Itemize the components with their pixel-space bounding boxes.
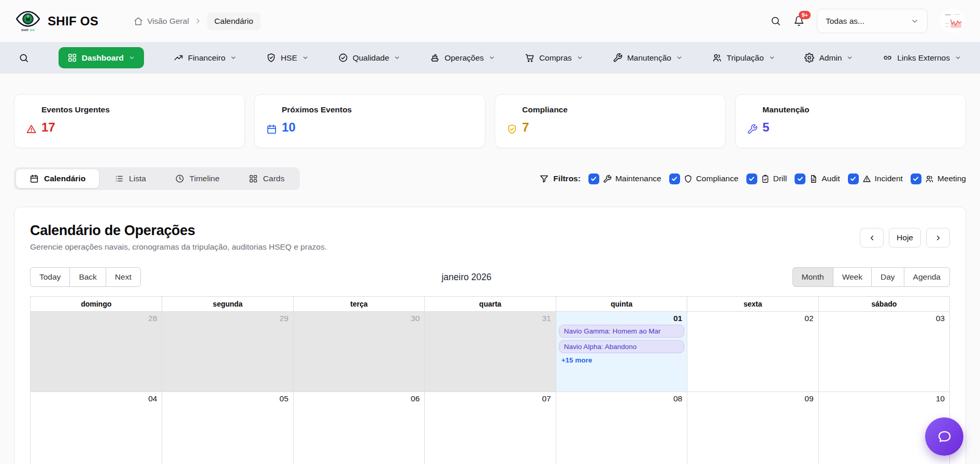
view-bar: CalendárioListaTimelineCards Filtros: Ma… bbox=[0, 148, 980, 190]
nav-search-button[interactable] bbox=[19, 53, 29, 63]
filter-drill[interactable]: Drill bbox=[746, 173, 787, 184]
nav-item-manutencao[interactable]: Manutenção bbox=[613, 53, 683, 63]
calendar-event[interactable]: Navio Gamma: Homem ao Mar bbox=[559, 325, 684, 338]
checkbox-checked-icon[interactable] bbox=[795, 173, 805, 184]
stat-value: 5 bbox=[762, 119, 954, 140]
calendar-icon bbox=[266, 124, 277, 135]
stat-label: Próximos Eventos bbox=[282, 104, 473, 119]
day-header-sabado: sábado bbox=[818, 297, 949, 311]
calendar-cell-03[interactable]: 03 bbox=[818, 312, 949, 392]
nav-item-label: Dashboard bbox=[82, 53, 124, 63]
calendar-event[interactable]: Navio Alpha: Abandono bbox=[559, 340, 684, 353]
ship-icon bbox=[430, 53, 440, 63]
chevron-down-icon bbox=[128, 54, 135, 61]
checkbox-checked-icon[interactable] bbox=[746, 173, 757, 184]
view-day-button[interactable]: Day bbox=[871, 267, 904, 287]
tab-label: Cards bbox=[263, 174, 284, 183]
chevron-down-icon bbox=[769, 54, 775, 61]
grid-icon bbox=[249, 174, 258, 183]
chevron-right-icon bbox=[934, 234, 942, 242]
file-text-icon bbox=[809, 175, 818, 183]
calendar-cell-07[interactable]: 07 bbox=[424, 392, 555, 464]
toolbar-back-button[interactable]: Back bbox=[69, 267, 106, 287]
search-icon bbox=[19, 53, 29, 63]
fleet-select-value: Todas as... bbox=[826, 17, 864, 26]
wrench-icon bbox=[613, 53, 623, 63]
next-button[interactable] bbox=[926, 228, 950, 248]
nav-item-qualidade[interactable]: Qualidade bbox=[338, 53, 401, 63]
toolbar-month-label: janeiro 2026 bbox=[141, 272, 792, 283]
filter-audit[interactable]: Audit bbox=[795, 173, 840, 184]
nav-item-dashboard[interactable]: Dashboard bbox=[59, 47, 144, 68]
chat-fab-button[interactable] bbox=[925, 417, 963, 456]
page-subtitle: Gerencie operações navais, cronogramas d… bbox=[30, 242, 327, 252]
view-week-button[interactable]: Week bbox=[833, 267, 872, 287]
tab-timeline[interactable]: Timeline bbox=[162, 169, 233, 188]
nav-item-operacoes[interactable]: Operações bbox=[430, 53, 495, 63]
checkbox-checked-icon[interactable] bbox=[848, 173, 859, 184]
tab-cards[interactable]: Cards bbox=[235, 169, 298, 188]
today-button[interactable]: Hoje bbox=[889, 228, 921, 248]
chat-icon bbox=[936, 429, 953, 445]
calendar-cell-06[interactable]: 06 bbox=[293, 392, 424, 464]
nav-item-label: Links Externos bbox=[897, 53, 950, 63]
search-button[interactable] bbox=[770, 16, 781, 26]
calendar-cell-30[interactable]: 30 bbox=[293, 312, 424, 392]
calendar-panel: Calendário de Operações Gerencie operaçõ… bbox=[14, 207, 966, 464]
calendar-cell-29[interactable]: 29 bbox=[162, 312, 293, 392]
avatar[interactable] bbox=[940, 9, 964, 33]
nav-item-links-externos[interactable]: Links Externos bbox=[883, 53, 961, 63]
checkbox-checked-icon[interactable] bbox=[911, 173, 921, 184]
stat-value: 17 bbox=[41, 119, 233, 140]
nav-item-tripulacao[interactable]: Tripulação bbox=[712, 53, 775, 63]
calendar-cell-04[interactable]: 04 bbox=[31, 392, 162, 464]
clipboard-check-icon bbox=[761, 175, 770, 183]
date-number: 29 bbox=[162, 312, 293, 324]
trending-up-icon bbox=[174, 53, 183, 63]
logo-caption: SHIF OS bbox=[21, 28, 35, 32]
toolbar-today-button[interactable]: Today bbox=[30, 267, 70, 287]
calendar-cell-01[interactable]: 01Navio Gamma: Homem ao MarNavio Alpha: … bbox=[556, 312, 687, 392]
nav-item-compras[interactable]: Compras bbox=[525, 53, 583, 63]
breadcrumb-home[interactable]: Visão Geral bbox=[134, 17, 189, 26]
shield-check-icon bbox=[266, 53, 276, 63]
view-month-button[interactable]: Month bbox=[792, 267, 833, 287]
show-more-link[interactable]: +15 more bbox=[559, 356, 684, 365]
calendar-cell-28[interactable]: 28 bbox=[31, 312, 162, 392]
calendar-cell-31[interactable]: 31 bbox=[424, 312, 555, 392]
calendar-cell-05[interactable]: 05 bbox=[162, 392, 293, 464]
tab-calendario[interactable]: Calendário bbox=[16, 169, 99, 188]
wrench-icon bbox=[603, 175, 612, 183]
calendar-cell-09[interactable]: 09 bbox=[687, 392, 818, 464]
nav-item-hse[interactable]: HSE bbox=[266, 53, 309, 63]
link-icon bbox=[883, 53, 892, 63]
filter-maintenance[interactable]: Maintenance bbox=[588, 173, 661, 184]
checkbox-checked-icon[interactable] bbox=[669, 173, 680, 184]
wrench-icon bbox=[747, 124, 758, 135]
view-agenda-button[interactable]: Agenda bbox=[904, 267, 950, 287]
calendar-cell-02[interactable]: 02 bbox=[687, 312, 818, 392]
notifications-button[interactable]: 9+ bbox=[794, 16, 804, 26]
toolbar-next-button[interactable]: Next bbox=[106, 267, 141, 287]
nav-item-financeiro[interactable]: Financeiro bbox=[174, 53, 237, 63]
chevron-right-icon bbox=[194, 17, 202, 25]
funnel-icon bbox=[539, 174, 549, 184]
prev-button[interactable] bbox=[860, 228, 884, 248]
tab-lista[interactable]: Lista bbox=[101, 169, 160, 188]
chevron-down-icon bbox=[394, 54, 400, 61]
calendar-grid: domingosegundaterçaquartaquintasextasába… bbox=[30, 296, 950, 464]
calendar-day-headers: domingosegundaterçaquartaquintasextasába… bbox=[31, 297, 949, 312]
filter-incident[interactable]: Incident bbox=[848, 173, 903, 184]
day-header-domingo: domingo bbox=[31, 297, 162, 311]
nav-item-admin[interactable]: Admin bbox=[804, 53, 853, 63]
filter-label: Drill bbox=[773, 174, 787, 183]
checkbox-checked-icon[interactable] bbox=[588, 173, 599, 184]
date-number: 28 bbox=[31, 312, 162, 324]
calendar-cell-08[interactable]: 08 bbox=[556, 392, 687, 464]
filter-label: Meeting bbox=[938, 174, 966, 183]
app-logo: SHIF OS SHIF OS bbox=[16, 10, 98, 32]
notification-badge: 9+ bbox=[799, 11, 811, 19]
filter-compliance[interactable]: Compliance bbox=[669, 173, 739, 184]
filter-meeting[interactable]: Meeting bbox=[911, 173, 966, 184]
fleet-select[interactable]: Todas as... bbox=[817, 9, 928, 33]
